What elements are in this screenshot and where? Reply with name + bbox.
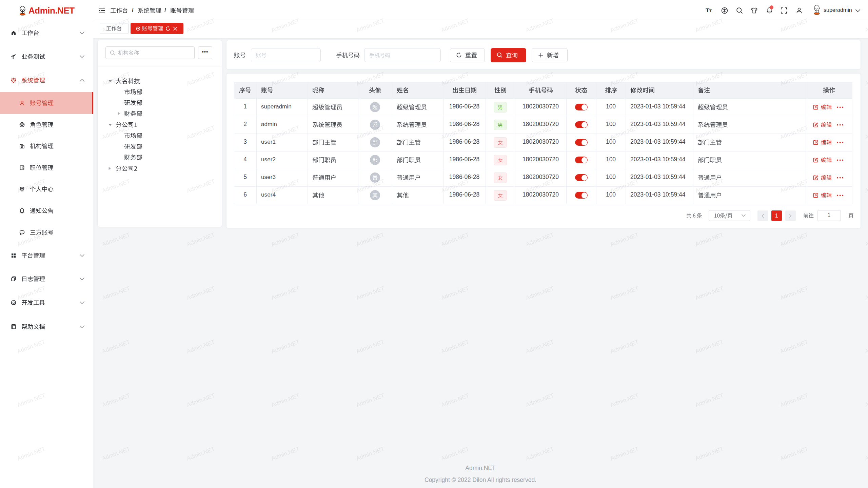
- svg-text:T: T: [709, 8, 712, 13]
